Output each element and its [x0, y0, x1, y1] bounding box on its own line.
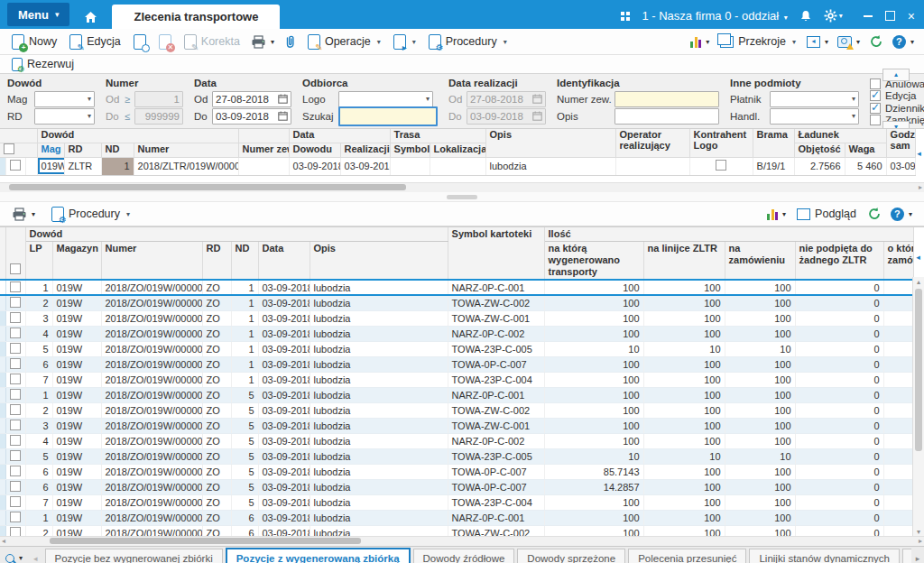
col-header-magazyn[interactable]: Magazyn: [52, 242, 101, 281]
table-row[interactable]: 3019W2018/ZO/019W/000001ZO103-09-2018lub…: [0, 310, 913, 326]
szukaj-input[interactable]: [338, 106, 438, 126]
table-row[interactable]: 1019W2018/ZO/019W/000001ZO103-09-2018lub…: [0, 280, 913, 295]
search-view-button[interactable]: ▾: [4, 552, 24, 563]
print-button[interactable]: ▾: [246, 33, 279, 51]
view-button[interactable]: [127, 32, 152, 51]
col-header-rd[interactable]: RD: [202, 242, 231, 281]
col-header-symbol-kartoteki[interactable]: Symbol kartoteki: [448, 227, 544, 280]
group-header-ilosc[interactable]: Ilość: [544, 227, 913, 242]
row-checkbox[interactable]: [10, 297, 21, 308]
table-row[interactable]: 4019W2018/ZO/019W/000005ZO503-09-2018lub…: [0, 433, 913, 448]
tab-dowody-sprzezone[interactable]: Dowody sprzężone: [517, 549, 625, 563]
data-od-input[interactable]: 27-08-2018: [212, 91, 291, 107]
row-checkbox[interactable]: [10, 389, 21, 400]
group-header-trasa[interactable]: Trasa: [390, 129, 485, 143]
table-row[interactable]: 6019W2018/ZO/019W/000005ZO503-09-2018lub…: [0, 479, 913, 494]
korekta-button[interactable]: ✎ Korekta: [178, 32, 246, 51]
export-button[interactable]: ▸ ▾: [387, 32, 422, 51]
row-checkbox[interactable]: [10, 496, 21, 507]
snapshot-button[interactable]: ▾: [833, 34, 864, 50]
col-header-q-zwiekszono[interactable]: o którą zwzamówien: [883, 242, 913, 281]
attachments-button[interactable]: [279, 32, 301, 51]
lower-vscrollbar[interactable]: ▴ ▾: [912, 277, 924, 537]
procedures-button[interactable]: ⚙ Procedury ▾: [422, 32, 513, 51]
table-row[interactable]: 4019W2018/ZO/019W/000001ZO103-09-2018lub…: [0, 326, 913, 341]
col-header-objetosc[interactable]: Objętość: [794, 143, 845, 157]
table-row[interactable]: 1019W2018/ZO/019W/000005ZO503-09-2018lub…: [0, 387, 913, 402]
handl-select[interactable]: ▾: [770, 108, 859, 125]
company-selector[interactable]: 1 - Nasza firma 0 - oddział ▾: [642, 9, 787, 23]
row-checkbox[interactable]: [10, 312, 21, 323]
row-checkbox[interactable]: [10, 481, 21, 492]
col-header-rd[interactable]: RD: [64, 143, 101, 157]
tab-zlecenia-transportowe[interactable]: Zlecenia transportowe: [112, 5, 280, 29]
calendar-icon[interactable]: [278, 111, 288, 121]
row-checkbox[interactable]: [10, 435, 21, 446]
row-checkbox[interactable]: [10, 358, 21, 369]
group-header-dowod[interactable]: Dowód: [37, 129, 238, 143]
restore-icon[interactable]: [885, 11, 895, 21]
data-realizacji-do-input[interactable]: 03-09-2018: [467, 108, 546, 125]
table-row[interactable]: 7019W2018/ZO/019W/000005ZO503-09-2018lub…: [0, 494, 913, 510]
col-header-q-linijce[interactable]: na linijce ZLTR: [643, 242, 725, 281]
row-checkbox[interactable]: [10, 328, 21, 338]
table-row[interactable]: 2019W2018/ZO/019W/000001ZO103-09-2018lub…: [0, 295, 913, 310]
scroll-up-icon[interactable]: ▴: [913, 278, 924, 286]
home-button[interactable]: [84, 11, 97, 23]
przekroje-button[interactable]: Przekroje ▾: [714, 33, 802, 50]
select-all-checkbox[interactable]: [4, 143, 14, 154]
col-header-opis[interactable]: Opis: [485, 129, 615, 157]
col-header-data[interactable]: Data: [258, 242, 310, 281]
checkbox[interactable]: [870, 90, 881, 101]
upper-hscrollbar[interactable]: ▸: [0, 182, 924, 192]
chart-button-lower[interactable]: ▾: [762, 207, 790, 222]
minimize-icon[interactable]: [864, 15, 873, 17]
logo-select[interactable]: ▾: [338, 91, 433, 107]
kontrahent-logo-checkbox[interactable]: [716, 160, 726, 171]
scroll-down-icon[interactable]: ▾: [913, 528, 924, 536]
scroll-left-icon[interactable]: ◂: [2, 537, 5, 546]
panel-collapse-button[interactable]: ▴: [882, 69, 910, 81]
row-checkbox[interactable]: [10, 420, 21, 430]
opis-input[interactable]: [614, 108, 719, 125]
procedures-button-lower[interactable]: ⚙ Procedury ▾: [45, 205, 136, 224]
select-all-checkbox[interactable]: [10, 263, 21, 274]
focused-cell[interactable]: 019W: [38, 158, 65, 174]
col-header-nd[interactable]: ND: [231, 242, 258, 281]
col-header-mag[interactable]: Mag: [37, 143, 64, 157]
col-header-opis[interactable]: Opis: [310, 242, 448, 281]
apps-grid-icon[interactable]: [621, 12, 630, 21]
row-checkbox[interactable]: [10, 512, 21, 522]
panel-button[interactable]: ◂ ▾: [802, 34, 833, 50]
scroll-right-icon[interactable]: ▸: [919, 537, 922, 546]
row-checkbox[interactable]: [10, 374, 21, 384]
help-button[interactable]: ? ▾: [888, 33, 919, 51]
col-header-brama[interactable]: Brama: [753, 129, 794, 157]
collapse-columns-arrow[interactable]: ◂: [915, 149, 923, 158]
col-header-operator[interactable]: Operatorrealizujący: [615, 129, 689, 157]
tab-pozycje-bez-zbiorki[interactable]: Pozycje bez wygnerowanej zbiórki: [45, 549, 223, 563]
rd-select[interactable]: ▾: [34, 108, 95, 125]
chart-button[interactable]: ▾: [686, 34, 714, 50]
col-header-kontrahent-logo[interactable]: KontrahentLogo: [689, 129, 753, 157]
print-button-lower[interactable]: ▾: [7, 206, 40, 223]
group-header-dowod[interactable]: Dowód: [25, 227, 448, 242]
bell-icon[interactable]: [799, 10, 812, 23]
col-header-lp[interactable]: LP: [25, 242, 52, 281]
reserve-button[interactable]: ⚙ Rezerwuj: [5, 56, 80, 73]
col-header-numer[interactable]: Numer: [134, 143, 238, 157]
table-row[interactable]: 6019W2018/ZO/019W/000001ZO103-09-2018lub…: [0, 356, 913, 372]
tab-scroll-right-icon[interactable]: ▸: [911, 547, 924, 563]
table-row[interactable]: 7019W2018/ZO/019W/000001ZO103-09-2018lub…: [0, 372, 913, 387]
menu-button[interactable]: Menu ▾: [7, 3, 69, 26]
platnik-select[interactable]: ▾: [770, 91, 859, 107]
col-header-numer[interactable]: Numer: [101, 242, 202, 281]
group-header-data[interactable]: Data: [289, 129, 390, 143]
col-header-q-transporty[interactable]: na którą wygenerowano transporty: [544, 242, 643, 281]
scroll-right-icon[interactable]: ▸: [919, 183, 922, 192]
numer-do-input[interactable]: 999999: [134, 108, 183, 125]
lower-hscrollbar[interactable]: ◂ ▸: [0, 536, 924, 546]
delete-button[interactable]: ✕: [152, 32, 178, 51]
col-header-q-niepodpieta[interactable]: nie podpięta do żadnego ZLTR: [795, 242, 883, 281]
refresh-button-lower[interactable]: [863, 205, 886, 223]
